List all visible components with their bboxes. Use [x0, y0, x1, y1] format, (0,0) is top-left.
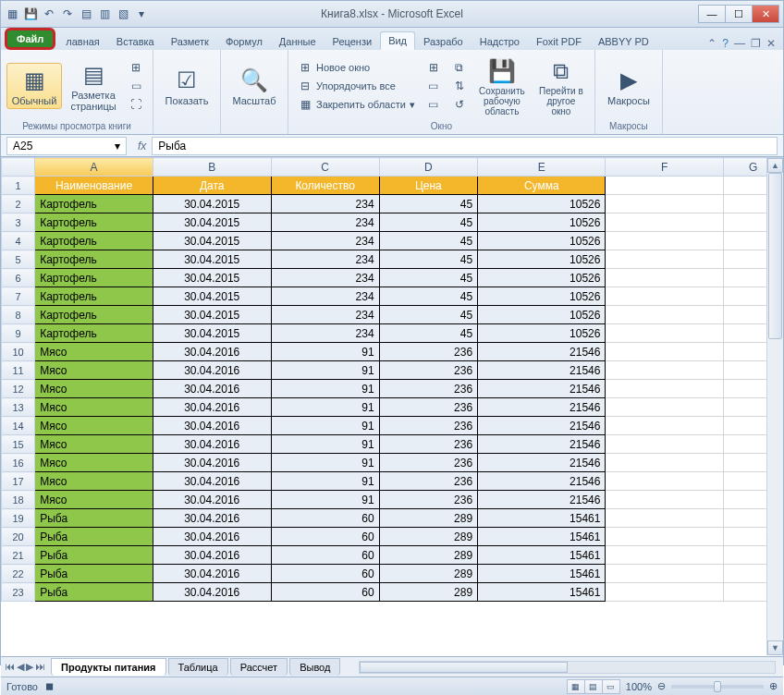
data-cell[interactable]: 45: [379, 287, 477, 306]
data-cell[interactable]: 45: [379, 306, 477, 324]
data-cell[interactable]: Рыба: [35, 528, 153, 546]
col-header-C[interactable]: C: [271, 158, 379, 177]
row-header[interactable]: 12: [2, 380, 35, 398]
view-normal-button[interactable]: ▦ Обычный: [6, 63, 62, 109]
data-cell[interactable]: 236: [379, 343, 477, 361]
data-cell[interactable]: 236: [379, 398, 477, 417]
empty-cell[interactable]: [606, 380, 724, 398]
data-cell[interactable]: Рыба: [35, 583, 153, 602]
data-cell[interactable]: 91: [271, 491, 379, 509]
data-cell[interactable]: 60: [271, 546, 379, 565]
data-cell[interactable]: 30.04.2016: [153, 491, 271, 509]
zoom-thumb[interactable]: [714, 681, 721, 692]
data-cell[interactable]: 30.04.2016: [153, 361, 271, 380]
data-cell[interactable]: 45: [379, 250, 477, 269]
data-cell[interactable]: 234: [271, 287, 379, 306]
data-cell[interactable]: 45: [379, 269, 477, 287]
view-pagelayout-statusbtn[interactable]: ▤: [584, 679, 603, 694]
new-window-button[interactable]: ⊞Новое окно: [294, 59, 419, 76]
empty-cell[interactable]: [606, 472, 724, 491]
data-cell[interactable]: 10526: [478, 195, 606, 213]
data-cell[interactable]: Мясо: [35, 435, 153, 454]
fullscreen-button[interactable]: ⛶: [125, 96, 147, 113]
data-cell[interactable]: 30.04.2015: [153, 213, 271, 232]
empty-cell[interactable]: [606, 546, 724, 565]
row-header[interactable]: 16: [2, 454, 35, 472]
data-cell[interactable]: 21546: [478, 398, 606, 417]
data-cell[interactable]: 91: [271, 472, 379, 491]
row-header[interactable]: 20: [2, 528, 35, 546]
fx-icon[interactable]: fx: [132, 140, 152, 152]
col-header-E[interactable]: E: [478, 158, 606, 177]
data-cell[interactable]: 91: [271, 380, 379, 398]
table-header-cell[interactable]: Сумма: [478, 177, 606, 195]
data-cell[interactable]: 15461: [478, 565, 606, 583]
empty-cell[interactable]: [606, 565, 724, 583]
data-cell[interactable]: 234: [271, 269, 379, 287]
arrange-all-button[interactable]: ⊟Упорядочить все: [294, 78, 419, 94]
data-cell[interactable]: Рыба: [35, 509, 153, 528]
freeze-panes-button[interactable]: ▦Закрепить области ▾: [294, 96, 419, 113]
empty-cell[interactable]: [606, 324, 724, 343]
data-cell[interactable]: 21546: [478, 361, 606, 380]
data-cell[interactable]: Картофель: [35, 287, 153, 306]
vscroll-thumb[interactable]: [768, 173, 782, 339]
row-header[interactable]: 8: [2, 306, 35, 324]
redo-icon[interactable]: ↷: [60, 6, 75, 21]
empty-cell[interactable]: [606, 435, 724, 454]
data-cell[interactable]: Мясо: [35, 417, 153, 435]
empty-cell[interactable]: [606, 269, 724, 287]
data-cell[interactable]: 30.04.2016: [153, 583, 271, 602]
data-cell[interactable]: 21546: [478, 472, 606, 491]
data-cell[interactable]: 236: [379, 472, 477, 491]
data-cell[interactable]: 30.04.2015: [153, 195, 271, 213]
zoom-button[interactable]: 🔍 Масштаб: [227, 63, 282, 109]
data-cell[interactable]: Мясо: [35, 491, 153, 509]
col-header-B[interactable]: B: [153, 158, 271, 177]
help-icon[interactable]: ?: [722, 37, 729, 50]
data-cell[interactable]: 289: [379, 583, 477, 602]
data-cell[interactable]: 289: [379, 546, 477, 565]
tab-abbyy[interactable]: ABBYY PD: [590, 32, 657, 50]
resetpos-button[interactable]: ↺: [448, 96, 471, 113]
row-header[interactable]: 1: [2, 177, 35, 195]
data-cell[interactable]: 289: [379, 528, 477, 546]
data-cell[interactable]: 30.04.2016: [153, 546, 271, 565]
tab-addins[interactable]: Надстро: [472, 32, 528, 50]
data-cell[interactable]: 15461: [478, 546, 606, 565]
data-cell[interactable]: 234: [271, 232, 379, 250]
row-header[interactable]: 6: [2, 269, 35, 287]
row-header[interactable]: 15: [2, 435, 35, 454]
col-header-F[interactable]: F: [606, 158, 724, 177]
data-cell[interactable]: Мясо: [35, 361, 153, 380]
data-cell[interactable]: 30.04.2016: [153, 472, 271, 491]
show-button[interactable]: ☑ Показать: [159, 63, 214, 109]
col-header-corner[interactable]: [2, 158, 35, 177]
data-cell[interactable]: 10526: [478, 287, 606, 306]
sheet-tab[interactable]: Таблица: [168, 658, 228, 676]
empty-cell[interactable]: [606, 213, 724, 232]
zoom-level[interactable]: 100%: [626, 681, 652, 692]
data-cell[interactable]: Рыба: [35, 565, 153, 583]
undo-icon[interactable]: ↶: [42, 6, 56, 21]
data-cell[interactable]: 45: [379, 324, 477, 343]
data-cell[interactable]: Мясо: [35, 454, 153, 472]
scroll-up-button[interactable]: ▲: [767, 158, 783, 173]
data-cell[interactable]: 15461: [478, 509, 606, 528]
ribbon-minimize-icon[interactable]: ⌃: [707, 37, 717, 50]
empty-cell[interactable]: [606, 361, 724, 380]
data-cell[interactable]: 15461: [478, 528, 606, 546]
row-header[interactable]: 2: [2, 195, 35, 213]
macro-record-icon[interactable]: ◼: [45, 680, 54, 692]
sheet-tab[interactable]: Рассчет: [230, 658, 288, 676]
data-cell[interactable]: Мясо: [35, 398, 153, 417]
empty-cell[interactable]: [606, 454, 724, 472]
data-cell[interactable]: 45: [379, 232, 477, 250]
worksheet-grid[interactable]: ABCDEFG1НаименованиеДатаКоличествоЦенаСу…: [0, 157, 784, 665]
data-cell[interactable]: Мясо: [35, 380, 153, 398]
data-cell[interactable]: 236: [379, 454, 477, 472]
qat-icon-1[interactable]: ▤: [79, 6, 93, 21]
data-cell[interactable]: 91: [271, 435, 379, 454]
data-cell[interactable]: 30.04.2016: [153, 454, 271, 472]
row-header[interactable]: 9: [2, 324, 35, 343]
